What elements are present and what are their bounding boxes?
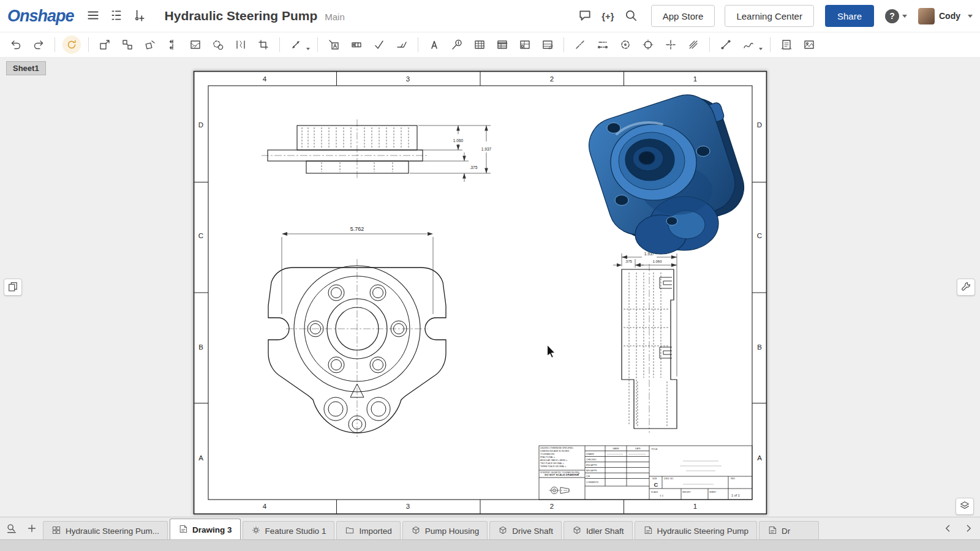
- help-menu[interactable]: ?: [885, 9, 907, 23]
- dim-text[interactable]: .375: [470, 165, 478, 170]
- projected-view-button[interactable]: [116, 36, 138, 54]
- section-view-button[interactable]: [162, 36, 184, 54]
- detail-view-button[interactable]: [207, 36, 229, 54]
- isometric-view[interactable]: [582, 84, 753, 254]
- surface-finish-button[interactable]: [368, 36, 390, 54]
- svg-text:C: C: [654, 481, 658, 488]
- main-menu-button[interactable]: [83, 6, 104, 26]
- dim-text[interactable]: 1.060: [453, 138, 464, 143]
- insert-view-button[interactable]: [94, 36, 116, 54]
- gdt-button[interactable]: [345, 36, 368, 54]
- create-version-button[interactable]: [129, 6, 150, 26]
- tab-imported[interactable]: Imported: [336, 521, 400, 540]
- circular-centerline-icon: [619, 39, 631, 51]
- zone-label: 3: [406, 503, 410, 510]
- featurescript-button[interactable]: {+}: [598, 9, 617, 24]
- weld-symbol-button[interactable]: [391, 36, 413, 54]
- side-view[interactable]: [622, 264, 677, 433]
- dimension-button[interactable]: [285, 36, 307, 54]
- document-title[interactable]: Hydraulic Steering Pump: [165, 9, 318, 23]
- center-mark-button[interactable]: [660, 36, 682, 54]
- part-studio-icon: [411, 525, 421, 537]
- side-view-dimensions[interactable]: 1.937 .375 1.060: [613, 252, 677, 377]
- center-mark-circle-button[interactable]: [637, 36, 659, 54]
- zone-label: 2: [550, 75, 554, 83]
- drawing-sheet[interactable]: 4 3 2 1 4 3 2 1 D C B A D C B A: [193, 70, 767, 515]
- scroll-tabs-left-button[interactable]: [939, 520, 957, 538]
- app-store-button[interactable]: App Store: [651, 5, 715, 27]
- chevron-left-icon: [943, 523, 953, 535]
- centerline-points-icon: [597, 39, 609, 51]
- balloon-button[interactable]: [446, 36, 468, 54]
- sheets-panel-button[interactable]: [4, 279, 22, 296]
- tab-feature-studio-1[interactable]: Feature Studio 1: [243, 521, 335, 540]
- front-view[interactable]: [268, 259, 446, 438]
- add-tab-button[interactable]: [23, 520, 41, 538]
- tab-idler-shaft[interactable]: Idler Shaft: [564, 521, 633, 540]
- redo-button[interactable]: [28, 36, 50, 54]
- redo-icon: [32, 39, 45, 51]
- centerline-two-point-button[interactable]: [592, 36, 614, 54]
- drawing-canvas[interactable]: 4 3 2 1 4 3 2 1 D C B A D C B A: [0, 57, 980, 517]
- comments-button[interactable]: [575, 6, 595, 26]
- drawing-properties-button[interactable]: [957, 279, 975, 296]
- svg-text:COMMENTS:: COMMENTS:: [586, 481, 599, 484]
- learning-center-button[interactable]: Learning Center: [725, 5, 814, 27]
- sheet-tab[interactable]: Sheet1: [6, 61, 46, 75]
- line-icon: [720, 39, 732, 51]
- top-view[interactable]: [262, 119, 429, 179]
- svg-text:1 of 1: 1 of 1: [731, 493, 740, 497]
- line-button[interactable]: [715, 36, 737, 54]
- dim-text[interactable]: .375: [625, 260, 632, 263]
- hole-table-button[interactable]: [514, 36, 536, 54]
- update-views-button[interactable]: [62, 36, 81, 54]
- tab-partial[interactable]: Dr: [759, 521, 819, 540]
- circular-centerline-button[interactable]: [614, 36, 636, 54]
- auxiliary-view-button[interactable]: [139, 36, 161, 54]
- bom-table-button[interactable]: [491, 36, 513, 54]
- broken-view-button[interactable]: [230, 36, 252, 54]
- export-dxf-button[interactable]: [775, 36, 797, 54]
- svg-text:THREE PLACE DECIMAL ±: THREE PLACE DECIMAL ±: [540, 465, 566, 468]
- dim-text[interactable]: 1.937: [481, 147, 492, 151]
- tab-drawing-3[interactable]: Drawing 3: [170, 519, 241, 540]
- table-button[interactable]: [469, 36, 491, 54]
- search-button[interactable]: [620, 6, 641, 26]
- dim-text[interactable]: 1.060: [652, 260, 662, 263]
- svg-text:UNLESS OTHERWISE SPECIFIED:: UNLESS OTHERWISE SPECIFIED:: [540, 447, 574, 449]
- tab-drive-shaft[interactable]: Drive Shaft: [489, 521, 562, 540]
- centerline-button[interactable]: [569, 36, 591, 54]
- projected-view-icon: [121, 39, 134, 51]
- sheet-overview-button[interactable]: [956, 498, 974, 515]
- broken-section-view-button[interactable]: [184, 36, 206, 54]
- app-header: Onshape Hydraulic Steering Pump Main {+}…: [0, 0, 980, 32]
- zone-label: A: [757, 454, 762, 462]
- zone-label: 3: [406, 75, 410, 83]
- spline-dropdown[interactable]: [759, 48, 763, 50]
- top-view-dimensions[interactable]: 1.060 1.937 .375: [410, 126, 492, 182]
- spline-button[interactable]: [737, 36, 760, 54]
- user-menu[interactable]: Cody: [918, 8, 973, 24]
- title-block[interactable]: UNLESS OTHERWISE SPECIFIED: DIMENSIONS A…: [539, 446, 752, 500]
- versions-history-button[interactable]: [106, 6, 127, 26]
- tab-hydraulic-steering-pump-assembly[interactable]: Hydraulic Steering Pum...: [43, 521, 168, 540]
- dimension-dropdown[interactable]: [306, 48, 310, 50]
- workspace-name[interactable]: Main: [325, 12, 345, 22]
- undo-button[interactable]: [5, 36, 27, 54]
- comment-icon: [578, 9, 592, 24]
- part-studio-icon: [498, 525, 508, 537]
- tab-pump-housing[interactable]: Pump Housing: [402, 521, 488, 540]
- manage-tabs-button[interactable]: [2, 520, 21, 538]
- front-view-dimension[interactable]: 5.762: [282, 226, 433, 314]
- revision-table-button[interactable]: [537, 36, 559, 54]
- text-button[interactable]: [423, 36, 445, 54]
- scroll-tabs-right-button[interactable]: [959, 520, 978, 538]
- onshape-logo[interactable]: Onshape: [7, 7, 74, 26]
- tab-hydraulic-steering-pump-drawing[interactable]: Hydraulic Steering Pump: [635, 521, 757, 540]
- dim-text[interactable]: 5.762: [350, 226, 364, 232]
- insert-image-button[interactable]: [798, 36, 820, 54]
- share-button[interactable]: Share: [825, 5, 874, 27]
- crop-view-button[interactable]: [252, 36, 274, 54]
- note-button[interactable]: [323, 36, 345, 54]
- hatch-button[interactable]: [682, 36, 704, 54]
